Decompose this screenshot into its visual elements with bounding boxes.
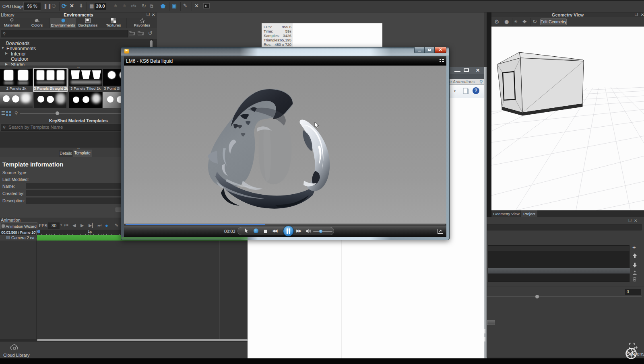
svg-text:Screenshot: Screenshot — [626, 351, 644, 357]
